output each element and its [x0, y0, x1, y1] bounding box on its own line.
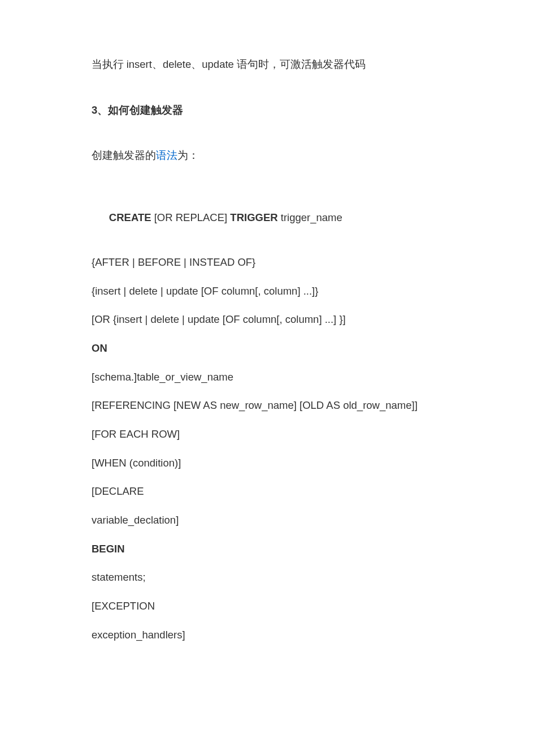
code-line-8: [FOR EACH ROW] — [92, 426, 449, 443]
paragraph-intro: 当执行 insert、delete、update 语句时，可激活触发器代码 — [92, 57, 449, 73]
p1-delete: delete — [163, 58, 191, 70]
section-heading: 3、如何创建触发器 — [92, 102, 449, 119]
code-line-2: {AFTER | BEFORE | INSTEAD OF} — [92, 254, 449, 271]
code-line-10: [DECLARE — [92, 483, 449, 500]
kw-create: CREATE — [109, 211, 151, 223]
code-line-13: statements; — [92, 569, 449, 586]
p1-update: update — [202, 58, 234, 70]
code-line-15: exception_handlers] — [92, 627, 449, 643]
p1-pre: 当执行 — [92, 59, 127, 70]
sql-syntax-block: CREATE [OR REPLACE] TRIGGER trigger_name… — [92, 193, 449, 643]
desc-pre: 创建触发器的 — [92, 150, 156, 161]
code-line-7: [REFERENCING [NEW AS new_row_name] [OLD … — [92, 398, 449, 414]
code-line-4: [OR {insert | delete | update [OF column… — [92, 312, 449, 328]
p1-sep1: 、 — [152, 59, 163, 70]
document-page: 当执行 insert、delete、update 语句时，可激活触发器代码 3、… — [0, 0, 534, 712]
code-line-1: CREATE [OR REPLACE] TRIGGER trigger_name — [92, 193, 449, 242]
kw-trigger: TRIGGER — [230, 211, 277, 223]
kw-begin: BEGIN — [92, 541, 449, 558]
l1b: [OR REPLACE] — [151, 211, 231, 223]
kw-on: ON — [92, 340, 449, 357]
paragraph-desc: 创建触发器的语法为： — [92, 148, 449, 164]
code-line-3: {insert | delete | update [OF column[, c… — [92, 283, 449, 300]
p1-sep2: 、 — [191, 59, 202, 70]
p1-post: 语句时，可激活触发器代码 — [234, 59, 366, 70]
code-line-14: [EXCEPTION — [92, 598, 449, 615]
l1d: trigger_name — [278, 211, 342, 223]
p1-insert: insert — [127, 58, 152, 70]
code-line-6: [schema.]table_or_view_name — [92, 369, 449, 386]
code-line-9: [WHEN (condition)] — [92, 455, 449, 472]
code-line-11: variable_declation] — [92, 512, 449, 529]
desc-post: 为： — [177, 150, 199, 161]
syntax-link[interactable]: 语法 — [156, 150, 177, 161]
